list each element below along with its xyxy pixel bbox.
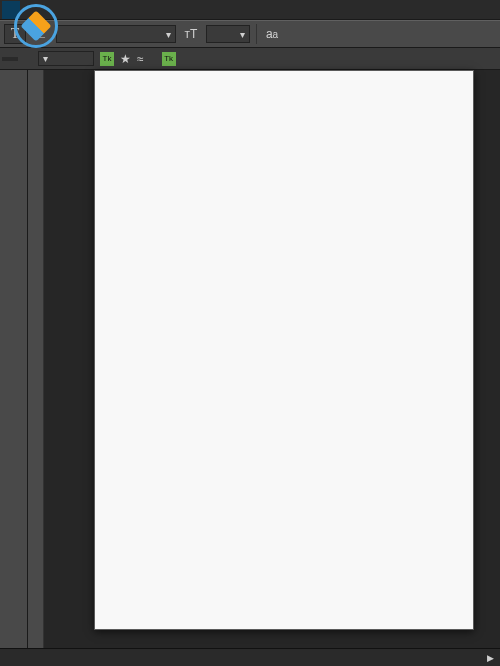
tool-palette <box>0 70 28 648</box>
typekit-add-icon[interactable]: Tk <box>162 52 176 66</box>
font-size-input[interactable]: ▾ <box>206 25 250 43</box>
font-dropdown-panel <box>94 70 474 630</box>
document-tab-bar: ▾ Tk ★ ≈ Tk <box>0 48 500 70</box>
vertical-ruler <box>28 70 44 648</box>
typekit-badge-icon[interactable]: Tk <box>100 52 114 66</box>
status-bar: ▶ <box>0 648 500 666</box>
favorite-filter-icon[interactable]: ★ <box>120 52 131 66</box>
menu-bar <box>0 0 500 20</box>
document-tab[interactable] <box>2 57 18 61</box>
status-menu-icon[interactable]: ▶ <box>487 653 494 663</box>
anti-alias-icon: aa <box>263 25 281 43</box>
font-size-icon: тT <box>182 25 200 43</box>
tool-preset-icon[interactable]: T <box>4 24 26 44</box>
app-logo <box>2 1 20 19</box>
similar-filter-icon[interactable]: ≈ <box>137 52 144 66</box>
text-orientation-icon[interactable]: ⟀ <box>32 25 50 43</box>
options-bar: T ⟀ ▾ тT ▾ aa <box>0 20 500 48</box>
font-family-input[interactable]: ▾ <box>56 25 176 43</box>
font-filter-select[interactable]: ▾ <box>38 51 94 66</box>
